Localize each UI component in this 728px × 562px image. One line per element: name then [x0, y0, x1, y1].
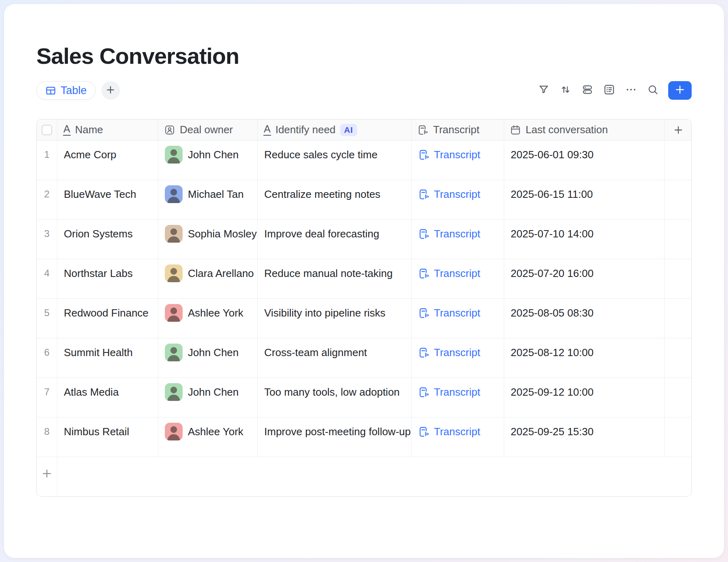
form-button[interactable] — [600, 82, 618, 99]
identify-need-cell[interactable]: Cross-team alignment — [258, 338, 412, 378]
name-cell[interactable]: Nimbus Retail — [57, 417, 158, 457]
view-tab-label: Table — [61, 84, 87, 97]
transcript-label: Transcript — [434, 304, 480, 322]
column-header-deal-owner[interactable]: Deal owner — [158, 120, 258, 140]
identify-need-cell[interactable]: Improve deal forecasting — [258, 220, 412, 259]
transcript-cell[interactable]: Transcript — [412, 378, 504, 417]
need-text: Centralize meeting notes — [264, 185, 381, 203]
identify-need-cell[interactable]: Visibility into pipeline risks — [258, 299, 412, 338]
add-record-button[interactable] — [668, 81, 692, 100]
search-button[interactable] — [644, 82, 662, 99]
row-number-cell[interactable]: 4 — [37, 259, 57, 299]
row-number-cell[interactable]: 3 — [37, 220, 57, 259]
transcript-link[interactable]: Transcript — [418, 423, 480, 440]
company-name: Redwood Finance — [64, 304, 149, 322]
name-cell[interactable]: Acme Corp — [57, 140, 158, 180]
more-button[interactable] — [622, 82, 640, 99]
deal-owner-cell[interactable]: Sophia Mosley — [158, 220, 258, 259]
data-table: A Name Deal owner A Identify need AI Tra… — [36, 119, 692, 497]
identify-need-cell[interactable]: Improve post-meeting follow-up — [258, 417, 412, 457]
transcript-label: Transcript — [434, 344, 480, 361]
sort-button[interactable] — [557, 82, 574, 99]
column-header-identify-need[interactable]: A Identify need AI — [258, 120, 412, 140]
last-conversation-value: 2025-08-12 10:00 — [511, 344, 593, 361]
plus-icon — [673, 124, 684, 136]
last-conversation-cell[interactable]: 2025-09-12 10:00 — [504, 378, 665, 417]
column-header-transcript[interactable]: Transcript — [412, 120, 504, 140]
transcript-label: Transcript — [434, 225, 480, 243]
name-cell[interactable]: Redwood Finance — [57, 299, 158, 338]
deal-owner-cell[interactable]: Michael Tan — [158, 180, 258, 220]
name-cell[interactable]: BlueWave Tech — [57, 180, 158, 220]
identify-need-cell[interactable]: Reduce sales cycle time — [258, 140, 412, 180]
last-conversation-cell[interactable]: 2025-06-01 09:30 — [504, 140, 665, 180]
row-number-cell[interactable]: 5 — [37, 299, 57, 338]
need-text: Improve post-meeting follow-up — [264, 423, 411, 440]
row-number-cell[interactable]: 7 — [37, 378, 57, 417]
owner-name: Sophia Mosley — [188, 225, 257, 243]
transcript-link[interactable]: Transcript — [418, 383, 480, 401]
name-cell[interactable]: Summit Health — [57, 338, 158, 378]
row-number-cell[interactable]: 2 — [37, 180, 57, 220]
add-view-button[interactable] — [101, 81, 120, 100]
column-label: Identify need — [276, 124, 336, 136]
column-label: Deal owner — [180, 124, 233, 136]
row-number: 5 — [44, 304, 49, 322]
last-conversation-cell[interactable]: 2025-08-12 10:00 — [504, 338, 665, 378]
last-conversation-cell[interactable]: 2025-07-10 14:00 — [504, 220, 665, 259]
row-number-cell[interactable]: 1 — [37, 140, 57, 180]
column-header-last-conversation[interactable]: Last conversation — [504, 120, 665, 140]
transcript-label: Transcript — [434, 185, 480, 203]
transcript-link[interactable]: Transcript — [418, 225, 480, 243]
transcript-icon — [418, 189, 430, 200]
row-number-cell[interactable]: 8 — [37, 417, 57, 457]
transcript-cell[interactable]: Transcript — [412, 259, 504, 299]
ellipsis-icon — [625, 84, 637, 97]
last-conversation-cell[interactable]: 2025-09-25 15:30 — [504, 417, 665, 457]
plus-icon — [674, 84, 686, 97]
deal-owner-cell[interactable]: Ashlee York — [158, 417, 258, 457]
page-title: Sales Conversation — [36, 43, 692, 69]
name-cell[interactable]: Northstar Labs — [57, 259, 158, 299]
view-tab-table[interactable]: Table — [36, 81, 96, 100]
group-button[interactable] — [579, 82, 596, 99]
need-text: Improve deal forecasting — [264, 225, 379, 243]
transcript-cell[interactable]: Transcript — [412, 417, 504, 457]
add-row-area[interactable] — [57, 457, 692, 496]
transcript-cell[interactable]: Transcript — [412, 180, 504, 220]
last-conversation-cell[interactable]: 2025-07-20 16:00 — [504, 259, 665, 299]
transcript-link[interactable]: Transcript — [418, 304, 480, 322]
avatar — [165, 185, 183, 203]
name-cell[interactable]: Orion Systems — [57, 220, 158, 259]
identify-need-cell[interactable]: Reduce manual note-taking — [258, 259, 412, 299]
deal-owner-cell[interactable]: Ashlee York — [158, 299, 258, 338]
transcript-cell[interactable]: Transcript — [412, 299, 504, 338]
add-column-button[interactable] — [665, 120, 692, 140]
need-text: Too many tools, low adoption — [264, 383, 400, 401]
deal-owner-cell[interactable]: John Chen — [158, 378, 258, 417]
name-cell[interactable]: Atlas Media — [57, 378, 158, 417]
filter-icon — [538, 84, 550, 97]
select-all-checkbox[interactable] — [42, 125, 52, 135]
column-header-name[interactable]: A Name — [57, 120, 158, 140]
transcript-link[interactable]: Transcript — [418, 146, 480, 164]
deal-owner-cell[interactable]: John Chen — [158, 338, 258, 378]
transcript-link[interactable]: Transcript — [418, 264, 480, 282]
identify-need-cell[interactable]: Centralize meeting notes — [258, 180, 412, 220]
deal-owner-cell[interactable]: John Chen — [158, 140, 258, 180]
last-conversation-cell[interactable]: 2025-06-15 11:00 — [504, 180, 665, 220]
identify-need-cell[interactable]: Too many tools, low adoption — [258, 378, 412, 417]
filter-button[interactable] — [535, 82, 553, 99]
add-row-button[interactable] — [37, 457, 57, 496]
transcript-cell[interactable]: Transcript — [412, 338, 504, 378]
transcript-cell[interactable]: Transcript — [412, 140, 504, 180]
row-number: 7 — [44, 383, 49, 401]
last-conversation-cell[interactable]: 2025-08-05 08:30 — [504, 299, 665, 338]
transcript-cell[interactable]: Transcript — [412, 220, 504, 259]
need-text: Cross-team alignment — [264, 344, 367, 361]
row-number-cell[interactable]: 6 — [37, 338, 57, 378]
calendar-icon — [510, 124, 521, 136]
deal-owner-cell[interactable]: Clara Arellano — [158, 259, 258, 299]
transcript-link[interactable]: Transcript — [418, 185, 480, 203]
transcript-link[interactable]: Transcript — [418, 344, 480, 361]
